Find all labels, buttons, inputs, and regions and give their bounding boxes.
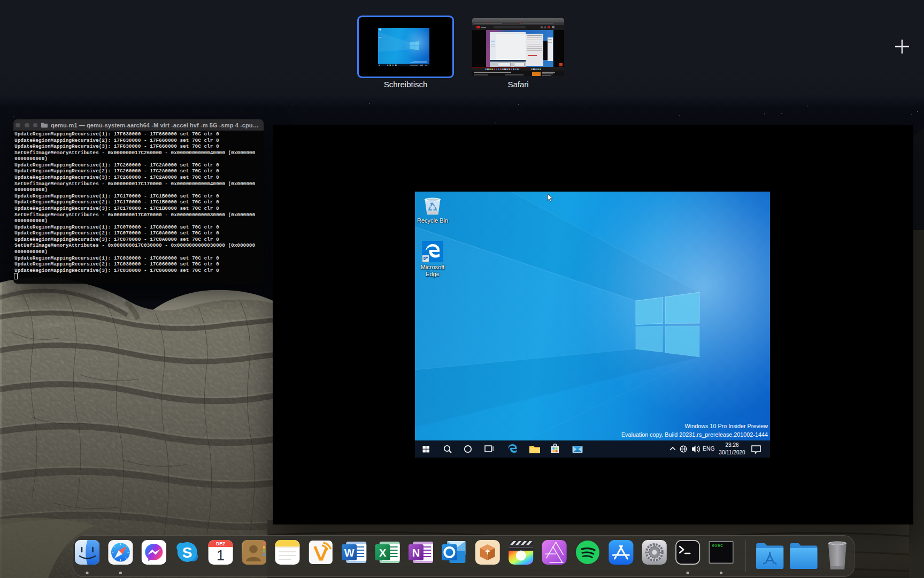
svg-text:X: X bbox=[379, 547, 387, 559]
svg-text:N: N bbox=[412, 547, 420, 559]
svg-text:W: W bbox=[344, 547, 355, 559]
svg-text:S: S bbox=[182, 544, 192, 561]
svg-text:exec: exec bbox=[712, 543, 723, 549]
svg-text:1: 1 bbox=[217, 547, 225, 564]
svg-text:DEZ: DEZ bbox=[216, 541, 225, 546]
